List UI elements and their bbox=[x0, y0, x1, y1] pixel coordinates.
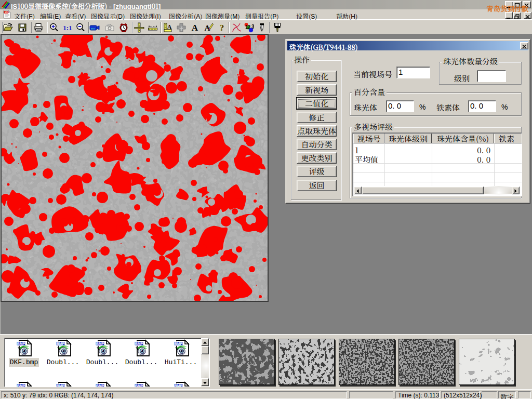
svg-text:3: 3 bbox=[251, 24, 254, 30]
svg-text:BMP: BMP bbox=[17, 342, 25, 345]
svg-text:?: ? bbox=[220, 23, 224, 33]
svg-text:BMP: BMP bbox=[175, 342, 183, 345]
svg-text:BMP: BMP bbox=[96, 384, 104, 387]
svg-text:DOC: DOC bbox=[4, 11, 9, 14]
svg-text:BMP: BMP bbox=[17, 384, 25, 387]
svg-text:A: A bbox=[192, 23, 198, 33]
svg-text:BMP: BMP bbox=[57, 384, 65, 387]
svg-text:BMP: BMP bbox=[57, 342, 65, 345]
svg-text:BMP: BMP bbox=[135, 384, 143, 387]
svg-text:A: A bbox=[167, 23, 172, 31]
svg-text:BMP: BMP bbox=[175, 384, 183, 387]
svg-text:1:1: 1:1 bbox=[63, 24, 72, 32]
svg-text:2: 2 bbox=[248, 24, 251, 30]
svg-text:BMP: BMP bbox=[96, 342, 104, 345]
svg-text:BMP: BMP bbox=[135, 342, 143, 345]
